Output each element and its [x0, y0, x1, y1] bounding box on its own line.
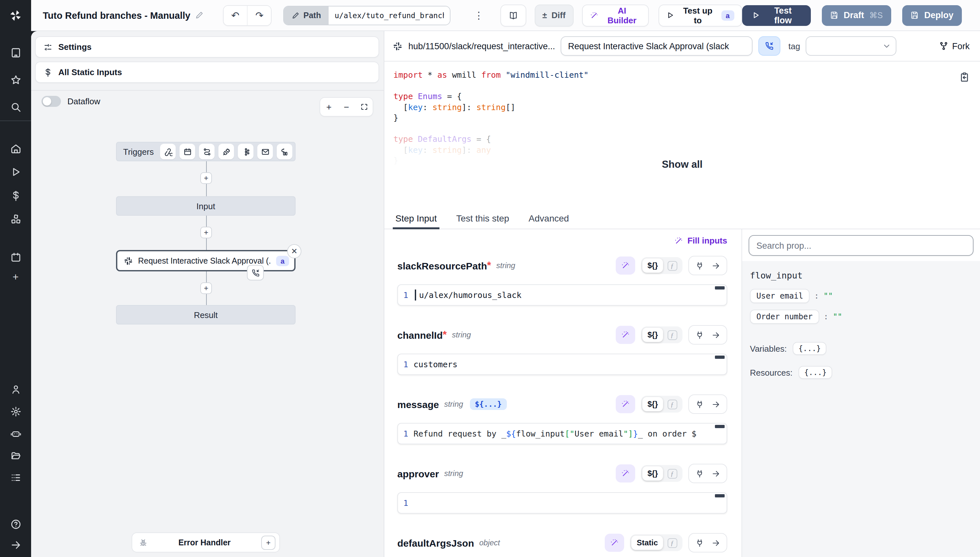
more-options-kebab-icon[interactable]: ⋮	[474, 10, 484, 21]
tag-select[interactable]	[806, 36, 897, 56]
test-up-to-button[interactable]: Test up to a	[658, 4, 742, 26]
template-mode-button[interactable]: ${}	[642, 397, 663, 411]
javascript-mode-button[interactable]: ƒ	[663, 538, 681, 547]
folders-icon[interactable]	[0, 448, 31, 463]
arrow-right-icon	[712, 539, 720, 547]
dataflow-toggle[interactable]	[41, 96, 61, 107]
step-node-slack-approval[interactable]: Request Interactive Slack Approval (... …	[116, 250, 296, 271]
search-icon[interactable]	[0, 99, 31, 115]
suspend-approval-badge[interactable]	[247, 265, 264, 280]
workspace-icon[interactable]	[0, 45, 31, 60]
diff-button[interactable]: ± Diff	[534, 4, 573, 26]
prop-order-number[interactable]: Order number : ""	[750, 309, 972, 324]
ai-fill-button[interactable]	[605, 534, 624, 552]
zoom-in-button[interactable]: +	[320, 98, 338, 116]
ai-fill-button[interactable]	[616, 395, 635, 413]
javascript-mode-button[interactable]: ƒ	[663, 399, 681, 409]
schedule-trigger-icon[interactable]	[180, 144, 195, 159]
error-handler-node[interactable]: Error Handler +	[132, 533, 280, 552]
static-mode-button[interactable]: Static	[632, 536, 663, 550]
redo-button[interactable]: ↷	[247, 5, 271, 25]
settings-gear-icon[interactable]	[0, 404, 31, 419]
add-error-handler-button[interactable]: +	[261, 535, 276, 550]
arrow-right-icon	[712, 331, 720, 339]
template-mode-button[interactable]: ${}	[642, 259, 663, 273]
connect-io-buttons[interactable]	[688, 256, 727, 275]
connect-io-buttons[interactable]	[688, 464, 727, 483]
search-prop-input[interactable]	[749, 235, 973, 256]
javascript-mode-button[interactable]: ƒ	[663, 330, 681, 340]
template-mode-button[interactable]: ${}	[642, 466, 663, 480]
resources-object-pill[interactable]: {...}	[799, 366, 833, 379]
sidebar-plus-icon[interactable]: +	[0, 269, 31, 285]
docs-book-button[interactable]	[501, 4, 526, 26]
postgres-watch-trigger-icon[interactable]	[277, 144, 292, 159]
variables-object-pill[interactable]: {...}	[793, 342, 827, 355]
value-editor[interactable]: 1 u/alex/humorous_slack	[397, 284, 727, 306]
insert-step-button[interactable]: +	[200, 282, 212, 294]
fit-view-button[interactable]	[355, 98, 373, 116]
prop-user-email[interactable]: User email : ""	[750, 289, 972, 303]
fill-inputs-button[interactable]: Fill inputs	[674, 236, 727, 246]
connect-io-buttons[interactable]	[688, 394, 727, 414]
draft-button[interactable]: Draft ⌘S	[822, 5, 891, 26]
resources-row[interactable]: Resources: {...}	[750, 366, 972, 379]
tab-test-this-step[interactable]: Test this step	[456, 207, 509, 229]
collapse-arrow-icon[interactable]	[0, 537, 31, 552]
ai-builder-button[interactable]: AI Builder	[582, 4, 649, 26]
edit-title-pencil-icon[interactable]	[195, 11, 203, 20]
deploy-button[interactable]: Deploy	[902, 5, 962, 26]
fork-button[interactable]: Fork	[939, 41, 970, 51]
template-mode-button[interactable]: ${}	[642, 328, 663, 342]
path-input[interactable]	[328, 6, 450, 24]
test-flow-button[interactable]: Test flow	[742, 5, 811, 26]
users-icon[interactable]	[0, 381, 31, 397]
variables-row[interactable]: Variables: {...}	[750, 342, 972, 355]
path-label[interactable]: Path	[284, 6, 328, 24]
code-preview[interactable]: import * as wmill from "windmill-client"…	[384, 62, 980, 207]
detail-list-icon[interactable]	[0, 469, 31, 485]
result-node[interactable]: Result	[116, 305, 296, 324]
javascript-mode-button[interactable]: ƒ	[663, 261, 681, 270]
show-all-button[interactable]: Show all	[384, 159, 980, 170]
variables-dollar-icon[interactable]	[0, 188, 31, 204]
value-editor[interactable]: 1	[397, 492, 727, 514]
connect-io-buttons[interactable]	[688, 325, 727, 345]
value-editor[interactable]: 1 Refund request by _${flow_input["User …	[397, 423, 727, 444]
ai-fill-button[interactable]	[616, 464, 635, 482]
ai-fill-button[interactable]	[616, 256, 635, 275]
input-node[interactable]: Input	[116, 196, 296, 216]
tab-step-input[interactable]: Step Input	[395, 207, 437, 229]
insert-step-button[interactable]: +	[200, 227, 212, 238]
suspend-approval-toggle-button[interactable]	[759, 36, 781, 56]
kafka-trigger-icon[interactable]	[238, 144, 253, 159]
undo-button[interactable]: ↶	[223, 5, 247, 25]
mqtt-plug-trigger-icon[interactable]	[219, 144, 234, 159]
ai-fill-button[interactable]	[616, 326, 635, 344]
runs-play-icon[interactable]	[0, 164, 31, 179]
email-trigger-icon[interactable]	[257, 144, 273, 159]
help-icon[interactable]	[0, 516, 31, 532]
workers-robot-icon[interactable]	[0, 425, 31, 441]
step-name-input[interactable]	[561, 36, 753, 56]
value-editor[interactable]: 1 customers	[397, 353, 727, 375]
webhook-trigger-icon[interactable]	[160, 144, 176, 159]
favorites-star-icon[interactable]	[0, 72, 31, 88]
delete-step-button[interactable]: ✕	[287, 244, 301, 259]
javascript-mode-button[interactable]: ƒ	[663, 469, 681, 478]
triggers-node[interactable]: Triggers	[116, 142, 296, 161]
windmill-logo-icon[interactable]	[0, 7, 31, 24]
insert-step-button[interactable]: +	[200, 172, 212, 184]
tab-advanced[interactable]: Advanced	[529, 207, 569, 229]
hub-script-path[interactable]: hub/11500/slack/request_interactive...	[408, 41, 555, 51]
resources-boxes-icon[interactable]	[0, 211, 31, 227]
all-static-inputs-button[interactable]: All Static Inputs	[35, 62, 379, 83]
flow-settings-button[interactable]: Settings	[35, 36, 379, 58]
connect-io-buttons[interactable]	[688, 533, 727, 552]
home-icon[interactable]	[0, 140, 31, 156]
play-icon	[752, 11, 760, 20]
schedules-calendar-icon[interactable]	[0, 249, 31, 265]
paste-clipboard-icon[interactable]	[959, 72, 970, 85]
route-trigger-icon[interactable]	[199, 144, 214, 159]
zoom-out-button[interactable]: −	[338, 98, 355, 116]
